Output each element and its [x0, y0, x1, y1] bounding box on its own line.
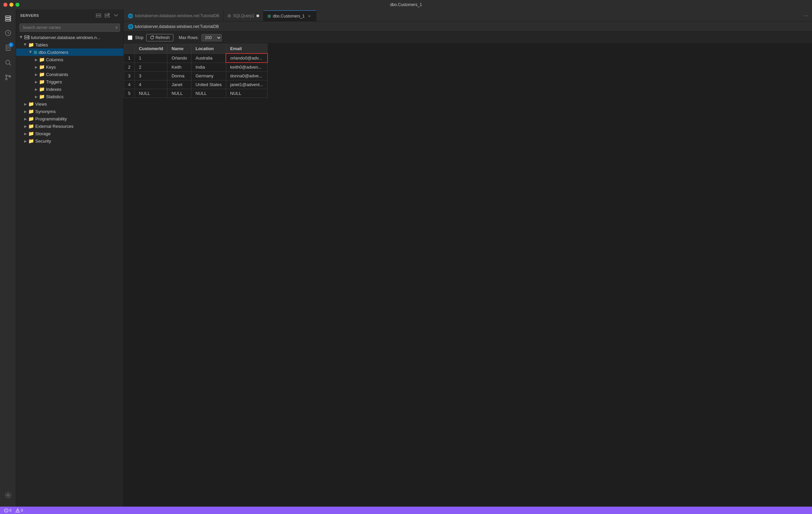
tab-close-button[interactable]: × [307, 13, 312, 19]
columns-folder[interactable]: ▶ 📁 Columns [16, 56, 123, 63]
customers-table-node[interactable]: ▶ ⊞ dbo.Customers [16, 49, 123, 56]
cell-5-email[interactable]: NULL [226, 89, 267, 98]
svg-point-4 [10, 18, 10, 19]
max-rows-select[interactable]: 200 500 1000 [201, 34, 222, 42]
svg-point-16 [7, 494, 9, 496]
data-grid-container[interactable]: CustomerId Name Location Email 1 1 Orlan… [124, 44, 812, 507]
cell-5-name[interactable]: NULL [167, 89, 191, 98]
indexes-chevron: ▶ [34, 86, 39, 92]
cell-3-location[interactable]: Germany [191, 72, 226, 80]
tab-sqlquery-label: SQLQuery1 [233, 13, 254, 18]
statistics-folder[interactable]: ▶ 📁 Statistics [16, 93, 123, 100]
constraints-folder-icon: 📁 [39, 72, 45, 77]
storage-label: Storage [35, 131, 51, 136]
cell-2-name[interactable]: Keith [167, 62, 191, 72]
servers-activity-icon[interactable] [2, 12, 14, 24]
row-num-5: 5 [124, 89, 135, 98]
refresh-button[interactable]: Refresh [146, 34, 173, 42]
errors-status[interactable]: 0 [4, 508, 11, 513]
server-chevron: ▶ [19, 35, 24, 40]
connection-bar: 🌐 tutorialserver.database.windows.net:Tu… [124, 22, 812, 32]
add-connection-button[interactable] [104, 12, 111, 19]
stop-checkbox[interactable] [128, 35, 133, 40]
constraints-folder[interactable]: ▶ 📁 Constraints [16, 71, 123, 78]
tree-container: ▶ tutorialserver.database.windows.n... ▶… [16, 34, 123, 507]
synonyms-folder[interactable]: ▶ 📁 Synonyms [16, 108, 123, 115]
views-folder[interactable]: ▶ 📁 Views [16, 100, 123, 108]
svg-point-25 [28, 36, 29, 37]
external-resources-chevron: ▶ [23, 124, 28, 129]
cell-1-customerid[interactable]: 1 [135, 53, 167, 62]
cell-5-customerid[interactable]: NULL [135, 89, 167, 98]
settings-activity-icon[interactable] [2, 489, 14, 501]
history-activity-icon[interactable] [2, 27, 14, 39]
svg-rect-18 [96, 16, 101, 17]
external-resources-folder[interactable]: ▶ 📁 External Resources [16, 123, 123, 130]
synonyms-chevron: ▶ [23, 109, 28, 114]
tab-sqlquery[interactable]: ⊞ SQLQuery1 [224, 10, 263, 21]
programmability-folder-icon: 📁 [28, 116, 34, 121]
indexes-folder[interactable]: ▶ 📁 Indexes [16, 85, 123, 93]
cell-2-location[interactable]: India [191, 62, 226, 72]
tab-server-label: tutorialserver.database.windows.net:Tuto… [135, 13, 219, 18]
table-row: 5 NULL NULL NULL NULL [124, 89, 267, 98]
server-node[interactable]: ▶ tutorialserver.database.windows.n... [16, 34, 123, 41]
row-num-1: 1 [124, 53, 135, 62]
tab-overflow-button[interactable]: ··· [800, 10, 812, 21]
max-rows-label: Max Rows: [179, 35, 199, 40]
cell-3-customerid[interactable]: 3 [135, 72, 167, 80]
new-connection-button[interactable] [95, 12, 102, 19]
stop-label: Stop [135, 35, 144, 40]
search-activity-icon[interactable] [2, 56, 14, 69]
search-input[interactable] [20, 24, 120, 32]
cell-1-location[interactable]: Australia [191, 53, 226, 62]
collapse-all-button[interactable] [113, 12, 119, 19]
row-num-3: 3 [124, 72, 135, 80]
errors-count: 0 [9, 508, 11, 512]
svg-point-29 [6, 511, 7, 512]
storage-folder[interactable]: ▶ 📁 Storage [16, 130, 123, 137]
external-resources-folder-icon: 📁 [28, 124, 34, 129]
tables-chevron: ▶ [23, 42, 28, 48]
tables-folder[interactable]: ▶ 📁 Tables [16, 41, 123, 49]
columns-label: Columns [46, 57, 63, 62]
cell-2-email[interactable]: keith0@adven... [226, 62, 267, 72]
cell-4-name[interactable]: Janet [167, 80, 191, 89]
triggers-label: Triggers [46, 79, 62, 84]
server-label: tutorialserver.database.windows.n... [31, 35, 100, 40]
maximize-button[interactable] [16, 3, 20, 7]
cell-4-location[interactable]: United States [191, 80, 226, 89]
close-button[interactable] [3, 3, 7, 7]
constraints-label: Constraints [46, 72, 68, 77]
svg-point-5 [10, 20, 10, 21]
cell-3-email[interactable]: donna0@adve... [226, 72, 267, 80]
table-row: 4 4 Janet United States janet1@advent... [124, 80, 267, 89]
synonyms-label: Synonyms [35, 109, 56, 114]
search-clear-icon[interactable]: × [115, 25, 118, 30]
svg-line-12 [9, 64, 11, 65]
table-row: 1 1 Orlando Australia orlando0@adv... [124, 53, 267, 62]
documents-activity-icon[interactable]: 1 [2, 42, 14, 54]
keys-folder[interactable]: ▶ 📁 Keys [16, 63, 123, 71]
tab-server[interactable]: 🌐 tutorialserver.database.windows.net:Tu… [124, 10, 224, 21]
window-title: dbo.Customers_1 [390, 2, 422, 7]
cell-1-email[interactable]: orlando0@adv... [226, 53, 267, 62]
security-folder[interactable]: ▶ 📁 Security [16, 137, 123, 145]
cell-4-customerid[interactable]: 4 [135, 80, 167, 89]
synonyms-folder-icon: 📁 [28, 109, 34, 114]
cell-2-customerid[interactable]: 2 [135, 62, 167, 72]
minimize-button[interactable] [9, 3, 13, 7]
warnings-count: 0 [21, 508, 23, 512]
triggers-folder-icon: 📁 [39, 79, 45, 84]
cell-4-email[interactable]: janet1@advent... [226, 80, 267, 89]
tab-customers[interactable]: ⊞ dbo.Customers_1 × [263, 10, 317, 21]
triggers-folder[interactable]: ▶ 📁 Triggers [16, 78, 123, 85]
git-activity-icon[interactable] [2, 71, 14, 83]
connection-text: tutorialserver.database.windows.net:Tuto… [135, 24, 219, 29]
data-grid: CustomerId Name Location Email 1 1 Orlan… [124, 44, 268, 98]
cell-5-location[interactable]: NULL [191, 89, 226, 98]
programmability-folder[interactable]: ▶ 📁 Programmability [16, 115, 123, 123]
cell-1-name[interactable]: Orlando [167, 53, 191, 62]
warnings-status[interactable]: 0 [16, 508, 23, 513]
cell-3-name[interactable]: Donna [167, 72, 191, 80]
